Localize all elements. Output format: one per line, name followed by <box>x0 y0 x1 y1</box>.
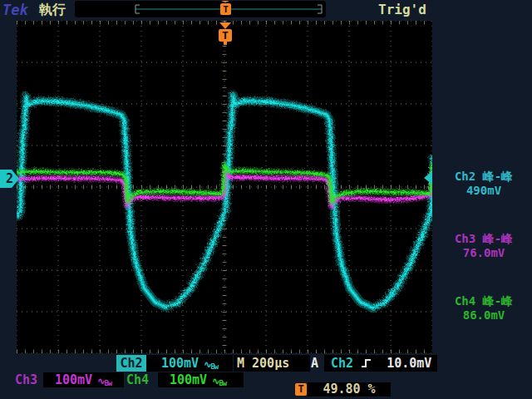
timebase-readout: M 200µs <box>234 355 310 372</box>
svg-text:T: T <box>223 4 229 15</box>
trigger-position-readout: 49.80 % <box>308 382 391 397</box>
trigger-position-stem <box>224 42 227 45</box>
ch4-channel-label: Ch4 <box>126 372 149 387</box>
measurement-ch4-pkpk: Ch4 峰-峰 86.0mV <box>438 294 530 323</box>
rising-edge-slope-icon <box>361 357 372 369</box>
measurement-ch2-pkpk: Ch2 峰-峰 490mV <box>438 170 530 198</box>
measurement-label: Ch3 峰-峰 <box>438 232 530 246</box>
ch4-scale-readout: 100mV∿Bw <box>158 372 244 387</box>
measurement-value: 490mV <box>438 184 530 198</box>
trigger-level-arrow-icon <box>424 171 432 185</box>
ch3-scale-value: 100mV <box>43 372 92 387</box>
waveform-plot <box>17 21 432 353</box>
trigger-position-arrow-icon <box>219 22 231 29</box>
trigger-status: Trig'd <box>378 2 426 17</box>
ch4-scale-value: 100mV <box>158 372 207 387</box>
measurement-ch3-pkpk: Ch3 峰-峰 76.0mV <box>438 232 530 260</box>
ch4-bandwidth-icon: Bw <box>219 379 226 387</box>
trigger-mode-label: A <box>311 355 318 372</box>
ch2-scale-readout: 100mV∿Bw <box>146 355 233 372</box>
trigger-source: Ch2 <box>324 356 353 371</box>
trigger-position-icon: T <box>295 383 307 396</box>
measurement-label: Ch4 峰-峰 <box>438 294 530 308</box>
measurement-value: 76.0mV <box>438 246 530 260</box>
ch2-bandwidth-icon: Bw <box>210 362 218 371</box>
ch3-channel-label: Ch3 <box>15 372 37 387</box>
measurement-value: 86.0mV <box>438 308 530 323</box>
ch3-bandwidth-icon: Bw <box>104 379 111 387</box>
record-view-graphic: T <box>75 1 326 17</box>
ch4-coupling-icon: ∿Bw <box>207 376 226 387</box>
ch3-coupling-icon: ∿Bw <box>92 376 111 387</box>
tek-logo: Tek <box>2 2 28 18</box>
graticule-display <box>17 21 432 353</box>
trigger-level-value: 10.0mV <box>380 356 431 371</box>
trigger-position-flag-icon: T <box>219 29 232 42</box>
acquisition-status: 執行 <box>39 2 66 19</box>
acquisition-record-view: T <box>75 1 326 17</box>
ch2-coupling-icon: ∿Bw <box>199 359 218 370</box>
ch2-scale-value: 100mV <box>146 356 199 371</box>
ch3-scale-readout: 100mV∿Bw <box>43 372 124 387</box>
timebase-value: 200µs <box>252 356 289 371</box>
timebase-label: M <box>237 356 244 371</box>
ch2-channel-badge: Ch2 <box>116 355 146 372</box>
trigger-readout: Ch2 10.0mV <box>324 355 437 372</box>
measurement-label: Ch2 峰-峰 <box>438 170 530 184</box>
